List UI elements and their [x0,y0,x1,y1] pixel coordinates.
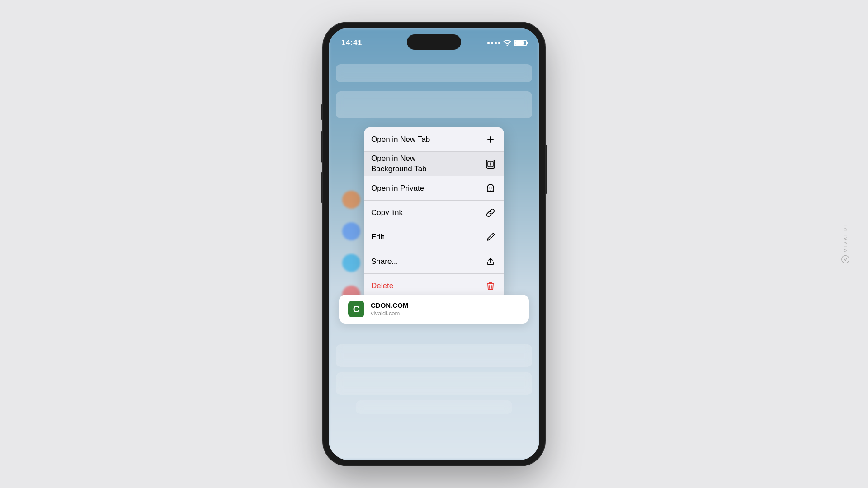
share-icon [484,255,497,268]
url-title: CDON.COM [371,301,408,309]
dynamic-island [407,34,461,50]
url-info: CDON.COM vivaldi.com [371,301,408,317]
svg-point-0 [842,256,849,263]
menu-item-copy-link[interactable]: Copy link [364,201,504,225]
trash-icon [484,280,497,292]
menu-item-open-new-tab[interactable]: Open in New Tab [364,127,504,152]
menu-item-open-private[interactable]: Open in Private [364,176,504,201]
bg-item-3 [336,344,532,367]
signal-dot-3 [495,42,497,44]
vivaldi-label: VIVALDI [843,224,848,252]
menu-label-share: Share... [371,257,398,266]
phone-wrapper: 14:41 [323,23,545,465]
bg-circle-blue [342,222,360,240]
status-icons [487,40,527,46]
menu-item-edit[interactable]: Edit [364,225,504,249]
plus-icon [484,133,497,146]
bg-circle-orange [342,191,360,209]
menu-label-open-private: Open in Private [371,184,424,193]
bg-circle-teal [342,254,360,272]
url-favicon-letter: C [353,304,359,314]
bg-item-4 [336,372,532,395]
context-menu: Open in New Tab Open in NewBackground Ta… [364,127,504,298]
vivaldi-logo-icon [841,255,850,264]
bg-item-2 [336,91,532,118]
url-card: C CDON.COM vivaldi.com [339,295,529,324]
signal-dot-4 [498,42,500,44]
bg-item-5 [356,400,512,414]
pencil-icon [484,231,497,244]
svg-point-3 [489,187,490,188]
status-time: 14:41 [341,38,362,47]
plus-square-icon [484,158,497,170]
menu-label-delete: Delete [371,282,393,291]
battery-fill [515,41,524,45]
signal-dot-2 [491,42,493,44]
bg-item-1 [336,64,532,82]
wifi-icon [503,40,511,46]
signal-icon [487,42,500,44]
url-subtitle: vivaldi.com [371,310,408,317]
menu-label-copy-link: Copy link [371,208,403,217]
battery-icon [514,40,527,46]
signal-dot-1 [487,42,490,44]
power-button [545,145,547,194]
menu-item-share[interactable]: Share... [364,249,504,274]
phone-screen: 14:41 [329,28,539,460]
phone-frame: 14:41 [323,23,545,465]
menu-label-open-new-tab: Open in New Tab [371,135,430,144]
menu-item-open-bg-tab[interactable]: Open in NewBackground Tab [364,152,504,176]
menu-label-open-bg-tab: Open in NewBackground Tab [371,154,427,174]
url-favicon: C [348,301,364,317]
ghost-icon [484,182,497,195]
svg-point-4 [491,187,492,188]
vivaldi-watermark: VIVALDI [841,224,850,264]
link-icon [484,206,497,219]
menu-label-edit: Edit [371,233,384,242]
